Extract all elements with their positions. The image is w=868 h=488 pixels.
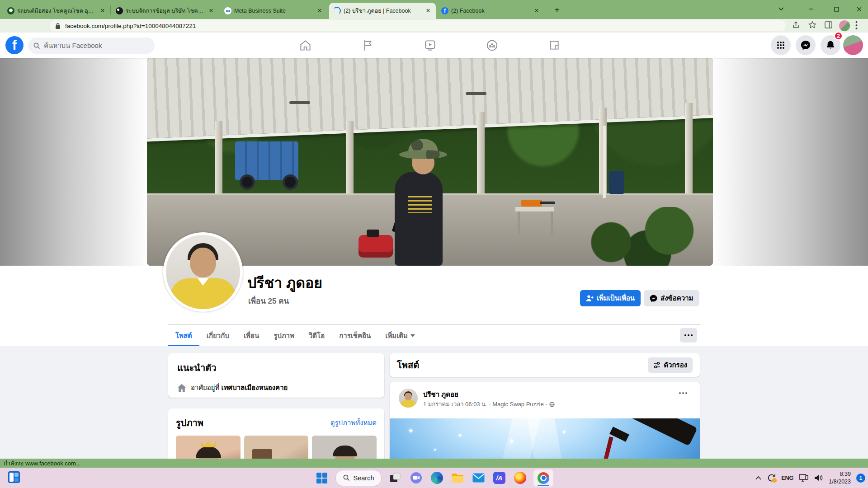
widgets-button[interactable] (7, 470, 22, 485)
tab-more[interactable]: เพิ่มเติม (378, 325, 422, 347)
file-explorer-button[interactable] (450, 471, 465, 485)
home-icon (299, 39, 311, 52)
table-top (515, 207, 554, 211)
nav-gaming[interactable] (542, 36, 567, 54)
window-minimize-button[interactable] (801, 0, 821, 18)
language-indicator[interactable]: ENG (781, 475, 793, 481)
intro-title: แนะนำตัว (177, 361, 375, 375)
browser-tab-facebook[interactable]: f (2) Facebook ✕ (438, 3, 544, 19)
status-text: กำลังรอ www.facebook.com... (4, 459, 81, 468)
message-button[interactable]: ส่งข้อความ (644, 290, 699, 306)
nav-groups[interactable] (479, 36, 505, 54)
messenger-button[interactable] (796, 35, 816, 55)
cart-wheel (240, 174, 255, 190)
share-icon[interactable] (792, 21, 800, 29)
tab-friends[interactable]: เพื่อน (236, 325, 266, 347)
tab-videos[interactable]: วิดีโอ (302, 325, 332, 347)
post-meta[interactable]: 1 มกราคม เวลา 06:03 น. · Magic Swap Puzz… (423, 399, 555, 409)
profile-more-options-button[interactable] (680, 328, 697, 343)
tab-checkins[interactable]: การเช็คอิน (332, 325, 378, 347)
facebook-logo[interactable]: f (5, 36, 24, 54)
wine-bottle (620, 418, 698, 446)
sync-status-icon[interactable] (767, 474, 776, 482)
chrome-button-active[interactable] (533, 469, 553, 487)
edge-icon (431, 472, 443, 484)
apps-menu-button[interactable] (771, 35, 791, 55)
tab-photos[interactable]: รูปภาพ (266, 325, 302, 347)
window-maximize-button[interactable] (826, 0, 846, 18)
post-author-avatar[interactable] (399, 389, 418, 408)
tab-favicon-facebook-icon: f (441, 7, 448, 14)
nav-pages[interactable] (355, 36, 380, 54)
home-filled-icon (177, 384, 186, 392)
tab-search-chevron-icon[interactable] (771, 0, 791, 18)
tab-close-icon[interactable]: ✕ (424, 7, 432, 15)
notification-center-badge[interactable]: 1 (856, 474, 865, 483)
taskbar-search-label: Search (354, 474, 374, 482)
tab-close-icon[interactable]: ✕ (99, 7, 107, 15)
task-view-icon (389, 472, 401, 484)
browser-tab-facebook-profile-active[interactable]: (2) ปรีชา ภูดอย | Facebook ✕ (329, 3, 436, 19)
task-view-button[interactable] (388, 471, 402, 485)
filters-button[interactable]: ตัวกรอง (648, 357, 693, 373)
engine-cap (367, 230, 379, 237)
browser-menu-kebab-icon[interactable] (855, 21, 858, 30)
address-bar[interactable]: facebook.com/profile.php?id=100048044087… (50, 20, 786, 31)
search-input[interactable]: ค้นหาบน Facebook (28, 38, 155, 54)
tab-separator (219, 5, 219, 14)
browser-profile-avatar[interactable] (839, 20, 850, 31)
messenger-icon (650, 295, 657, 302)
tab-about[interactable]: เกี่ยวกับ (199, 325, 236, 347)
profile-picture[interactable] (163, 232, 243, 312)
screen: รถยนต์มือสอง โชคคูณโชค อุดรธานี ✕ ระบบจั… (0, 0, 868, 488)
camo-hat-brim (399, 150, 447, 159)
ceiling-fan (466, 92, 486, 95)
tab-close-icon[interactable]: ✕ (207, 7, 215, 15)
browser-tab-data-system[interactable]: ระบบจัดการข้อมูล บริษัท โชคคูณโชค อ ✕ (112, 3, 219, 19)
post-options-kebab-icon[interactable] (679, 392, 687, 394)
start-button[interactable] (315, 471, 329, 485)
tab-title: รถยนต์มือสอง โชคคูณโชค อุดรธานี (17, 6, 96, 15)
browser-tab-used-cars[interactable]: รถยนต์มือสอง โชคคูณโชค อุดรธานี ✕ (4, 3, 110, 19)
post-author-name[interactable]: ปรีชา ภูดอย (423, 389, 458, 400)
cover-zone (0, 58, 868, 266)
profile-tab-bar: โพสต์ เกี่ยวกับ เพื่อน รูปภาพ วิดีโอ การ… (168, 324, 700, 347)
new-tab-button[interactable]: + (551, 4, 563, 16)
account-avatar[interactable] (843, 35, 863, 55)
edge-browser-button[interactable] (429, 471, 444, 485)
meta-app-button[interactable]: /A (492, 471, 506, 485)
lives-in-city[interactable]: เทศบาลเมืองหนองคาย (222, 384, 288, 391)
folder-icon (451, 473, 464, 483)
cover-photo[interactable] (147, 58, 713, 266)
video-icon (424, 39, 436, 52)
volume-icon[interactable] (814, 474, 823, 482)
side-panel-icon[interactable] (825, 21, 832, 28)
tab-close-icon[interactable]: ✕ (316, 7, 324, 15)
firefox-button[interactable] (513, 471, 527, 485)
add-friend-button[interactable]: เพิ่มเป็นเพื่อน (580, 290, 641, 306)
mail-button[interactable] (471, 471, 486, 485)
foliage (567, 207, 713, 266)
profile-name: ปรีชา ภูดอย (247, 271, 322, 294)
clock[interactable]: 8:39 1/8/2023 (829, 470, 851, 485)
tray-chevron-up-icon[interactable] (755, 476, 761, 480)
bookmark-star-icon[interactable] (808, 21, 816, 29)
date-text: 1/8/2023 (829, 478, 851, 485)
taskbar-search[interactable]: Search (335, 470, 382, 486)
teams-chat-button[interactable] (409, 471, 423, 485)
taskbar: Search /A (0, 468, 868, 488)
chainsaw (521, 200, 542, 206)
chrome-icon (538, 472, 549, 484)
window-close-button[interactable] (849, 0, 868, 18)
nav-home[interactable] (292, 36, 318, 54)
firefox-icon (514, 472, 526, 484)
network-icon[interactable] (799, 474, 809, 482)
nav-watch[interactable] (417, 36, 443, 54)
person-add-icon (586, 295, 594, 302)
browser-tab-meta-business[interactable]: ∞ Meta Business Suite ✕ (221, 3, 327, 19)
tab-posts[interactable]: โพสต์ (168, 325, 199, 347)
see-all-photos-link[interactable]: ดูรูปภาพทั้งหมด (330, 418, 377, 428)
friends-count[interactable]: เพื่อน 25 คน (248, 295, 289, 307)
tab-close-icon[interactable]: ✕ (533, 7, 541, 15)
lock-icon (55, 23, 61, 29)
